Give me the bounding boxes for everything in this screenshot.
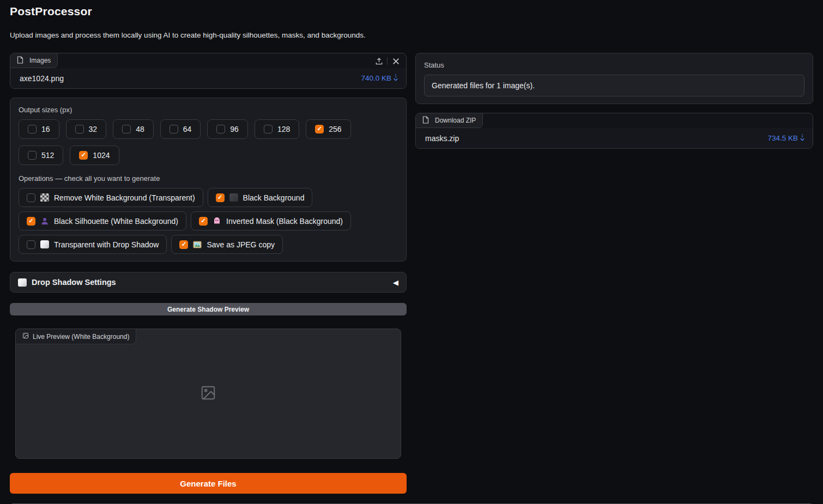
size-option-512[interactable]: 512 xyxy=(19,145,63,165)
download-zip-label-tab: Download ZIP xyxy=(416,113,483,128)
generate-files-button[interactable]: Generate Files xyxy=(10,473,407,494)
black-square-icon xyxy=(229,193,238,202)
white-square-icon xyxy=(40,240,49,248)
images-header-actions xyxy=(373,53,406,66)
uploaded-file-download-link[interactable]: 740.0 KB xyxy=(361,74,398,83)
operation-label: Remove White Background (Transparent) xyxy=(54,193,195,202)
uploaded-file-name: axe1024.png xyxy=(20,74,64,83)
accordion-collapsed-arrow-icon: ◀ xyxy=(393,279,398,286)
ghost-icon xyxy=(213,217,221,226)
page-subtitle: Upload images and process them locally u… xyxy=(10,31,813,40)
uploaded-file-size: 740.0 KB xyxy=(361,74,391,82)
operation-transparent-with-drop-shadow[interactable]: Transparent with Drop Shadow xyxy=(19,235,167,254)
operation-save-as-jpeg-copy[interactable]: ✓Save as JPEG copy xyxy=(171,235,283,254)
size-option-256[interactable]: ✓256 xyxy=(306,119,350,139)
operation-label: Black Silhouette (White Background) xyxy=(54,217,178,226)
size-option-label: 16 xyxy=(41,125,50,133)
image-icon xyxy=(22,332,29,341)
checkbox-unchecked[interactable] xyxy=(216,125,225,133)
output-sizes-checkbox-group: 1632486496128✓256512✓1024 xyxy=(19,119,398,165)
checkbox-checked[interactable]: ✓ xyxy=(199,217,208,226)
operation-label: Save as JPEG copy xyxy=(207,240,275,249)
checkbox-unchecked[interactable] xyxy=(75,125,84,133)
download-zip-component: Download ZIP masks.zip 734.5 KB xyxy=(415,113,813,149)
operation-black-silhouette-white-background[interactable]: ✓Black Silhouette (White Background) xyxy=(19,211,186,230)
operation-inverted-mask-black-background[interactable]: ✓Inverted Mask (Black Background) xyxy=(191,211,351,230)
download-arrow-icon xyxy=(393,74,398,83)
download-zip-header: Download ZIP xyxy=(416,113,813,128)
live-preview-label-tab: Live Preview (White Background) xyxy=(16,329,136,344)
operation-label: Black Background xyxy=(243,193,305,202)
size-option-16[interactable]: 16 xyxy=(19,119,59,139)
page-title: PostProcessor xyxy=(10,4,813,19)
checkbox-checked[interactable]: ✓ xyxy=(79,151,88,160)
upload-icon[interactable] xyxy=(373,56,385,66)
size-option-label: 64 xyxy=(183,125,192,133)
drop-shadow-settings-accordion[interactable]: Drop Shadow Settings ◀ xyxy=(10,272,407,293)
silhouette-icon xyxy=(40,217,49,226)
file-icon xyxy=(422,116,431,125)
images-label-tab: Images xyxy=(10,53,58,68)
options-group: Output sizes (px) 1632486496128✓256512✓1… xyxy=(10,98,407,262)
size-option-1024[interactable]: ✓1024 xyxy=(70,145,119,165)
live-preview-component: Live Preview (White Background) xyxy=(15,329,401,459)
framed-picture-icon xyxy=(193,240,202,249)
zip-download-link[interactable]: 734.5 KB xyxy=(767,134,805,143)
generate-shadow-preview-button[interactable]: Generate Shadow Preview xyxy=(10,303,407,315)
images-label: Images xyxy=(29,57,51,64)
zip-file-size: 734.5 KB xyxy=(767,134,798,142)
live-preview-label: Live Preview (White Background) xyxy=(33,333,129,341)
operations-checkbox-group: Remove White Background (Transparent)✓Bl… xyxy=(19,188,398,254)
size-option-label: 256 xyxy=(329,125,341,133)
checkerboard-icon xyxy=(40,193,49,202)
main-columns: Images axe1024.png 74 xyxy=(10,53,813,494)
uploaded-file-row: axe1024.png 740.0 KB xyxy=(10,68,406,88)
size-option-label: 128 xyxy=(277,125,290,133)
size-option-96[interactable]: 96 xyxy=(207,119,248,139)
size-option-label: 512 xyxy=(41,151,54,160)
operation-label: Inverted Mask (Black Background) xyxy=(226,217,343,226)
download-zip-label: Download ZIP xyxy=(435,117,476,124)
images-file-header: Images xyxy=(10,53,406,68)
checkbox-unchecked[interactable] xyxy=(264,125,273,133)
checkbox-unchecked[interactable] xyxy=(27,240,35,249)
operation-black-background[interactable]: ✓Black Background xyxy=(208,188,313,207)
size-option-64[interactable]: 64 xyxy=(160,119,201,139)
white-square-icon xyxy=(18,278,27,287)
size-option-32[interactable]: 32 xyxy=(66,119,107,139)
checkbox-unchecked[interactable] xyxy=(27,193,35,202)
checkbox-unchecked[interactable] xyxy=(28,125,37,133)
checkbox-checked[interactable]: ✓ xyxy=(315,125,324,133)
right-column: Status Generated files for 1 image(s). D… xyxy=(415,53,813,149)
drop-shadow-settings-label: Drop Shadow Settings xyxy=(32,278,388,287)
status-textbox[interactable]: Generated files for 1 image(s). xyxy=(424,75,804,96)
header-divider xyxy=(387,57,388,65)
checkbox-unchecked[interactable] xyxy=(122,125,131,133)
output-sizes-label: Output sizes (px) xyxy=(19,105,398,114)
postprocessor-app: PostProcessor Upload images and process … xyxy=(0,0,823,504)
size-option-label: 48 xyxy=(136,125,144,133)
size-option-label: 1024 xyxy=(93,151,110,160)
preview-placeholder xyxy=(16,329,401,458)
clear-images-icon[interactable] xyxy=(390,56,402,66)
status-group: Status Generated files for 1 image(s). xyxy=(415,53,813,104)
checkbox-unchecked[interactable] xyxy=(28,151,37,160)
size-option-label: 32 xyxy=(89,125,98,133)
checkbox-checked[interactable]: ✓ xyxy=(27,217,35,226)
status-label: Status xyxy=(424,60,804,70)
file-icon xyxy=(17,56,26,65)
size-option-48[interactable]: 48 xyxy=(113,119,154,139)
size-option-label: 96 xyxy=(230,125,239,133)
zip-file-name: masks.zip xyxy=(425,134,459,143)
operation-label: Transparent with Drop Shadow xyxy=(54,240,159,249)
size-option-128[interactable]: 128 xyxy=(255,119,299,139)
zip-file-row: masks.zip 734.5 KB xyxy=(416,128,813,148)
checkbox-checked[interactable]: ✓ xyxy=(179,240,188,249)
checkbox-checked[interactable]: ✓ xyxy=(216,193,225,202)
image-placeholder-icon xyxy=(200,385,216,403)
operations-label: Operations — check all you want to gener… xyxy=(19,174,398,183)
images-file-component: Images axe1024.png 74 xyxy=(10,53,407,89)
download-arrow-icon xyxy=(800,134,805,143)
operation-remove-white-background-transparent[interactable]: Remove White Background (Transparent) xyxy=(19,188,203,207)
checkbox-unchecked[interactable] xyxy=(170,125,178,133)
